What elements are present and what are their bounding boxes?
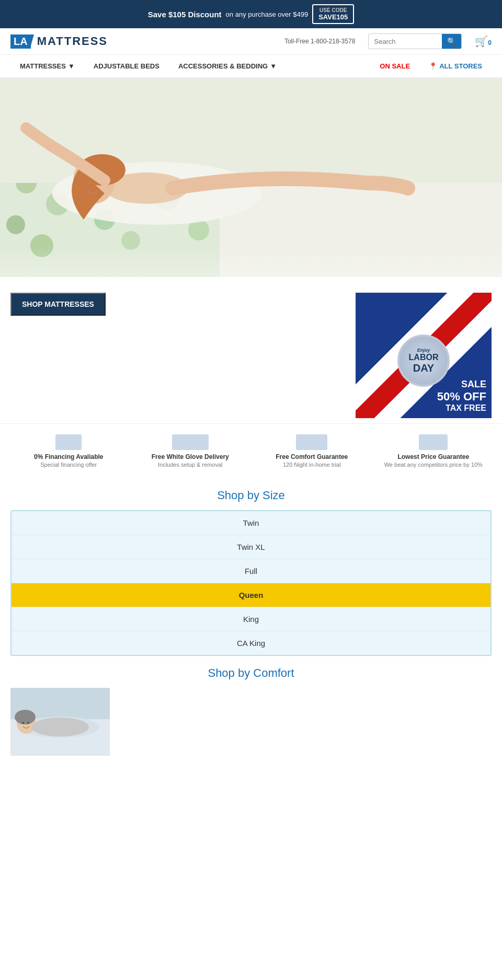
comfort-image-inner: [10, 688, 110, 756]
phone-number: Toll-Free 1-800-218-3578: [284, 38, 355, 45]
enjoy-label: Enjoy: [417, 348, 430, 353]
size-twin[interactable]: Twin: [12, 511, 490, 535]
svg-point-5: [6, 215, 25, 234]
price-icon: [419, 434, 448, 450]
feature-financing: 0% Financing Avaliable Special financing…: [10, 434, 127, 468]
search-button[interactable]: 🔍: [442, 34, 461, 49]
size-twin-xl[interactable]: Twin XL: [12, 535, 490, 559]
svg-point-23: [31, 718, 89, 736]
sale-label: SALE: [437, 379, 486, 390]
day-label: DAY: [413, 362, 434, 374]
shop-by-comfort-title: Shop by Comfort: [10, 666, 492, 680]
promo-code-box: USE CODE SAVE105: [312, 4, 354, 24]
use-code-label: USE CODE: [318, 7, 348, 13]
labor-day-banner[interactable]: Enjoy LABOR DAY SALE 50% OFF TAX FREE: [356, 293, 492, 418]
hero-background: [0, 78, 502, 277]
feature-price: Lowest Price Guarantee We beat any compe…: [375, 434, 492, 468]
promo-code-value: SAVE105: [318, 13, 348, 21]
chevron-down-icon: ▼: [68, 62, 75, 70]
main-nav: MATTRESSES ▼ ADJUSTABLE BEDS ACCESSORIES…: [0, 55, 502, 78]
svg-point-17: [87, 181, 91, 185]
size-table: Twin Twin XL Full Queen King CA King: [10, 510, 492, 656]
nav-item-mattresses[interactable]: MATTRESSES ▼: [10, 55, 84, 77]
size-king[interactable]: King: [12, 607, 490, 631]
feature-financing-title: 0% Financing Avaliable: [34, 453, 103, 460]
nav-item-adjustable-beds[interactable]: ADJUSTABLE BEDS: [84, 55, 169, 77]
svg-point-24: [22, 722, 24, 724]
header: LA MATTRESS Toll-Free 1-800-218-3578 🔍 🛒…: [0, 28, 502, 55]
search-box: 🔍: [368, 33, 462, 49]
svg-point-22: [15, 710, 36, 724]
financing-icon: [55, 434, 82, 450]
svg-point-25: [27, 722, 29, 724]
nav-item-on-sale[interactable]: ON SALE: [370, 55, 419, 77]
comfort-image[interactable]: [10, 688, 110, 756]
delivery-icon: [172, 434, 209, 450]
hero-overlay: [0, 246, 502, 277]
discount-text: Save $105 Discount: [148, 10, 222, 19]
feature-financing-subtitle: Special financing offer: [40, 462, 97, 468]
feature-comfort-subtitle: 120 Night in-home trial: [283, 462, 341, 468]
features-bar: 0% Financing Avaliable Special financing…: [0, 423, 502, 478]
logo-name: MATTRESS: [37, 34, 108, 48]
size-full[interactable]: Full: [12, 559, 490, 583]
tax-label: TAX FREE: [437, 403, 486, 413]
feature-comfort: Free Comfort Guarantee 120 Night in-home…: [254, 434, 370, 468]
shop-mattresses-button[interactable]: SHOP MATTRESSES: [10, 293, 106, 316]
shop-by-size-title: Shop by Size: [0, 489, 502, 502]
feature-delivery-subtitle: Includes setup & removal: [158, 462, 223, 468]
cart-icon[interactable]: 🛒0: [475, 35, 492, 48]
feature-delivery: Free White Glove Delivery Includes setup…: [132, 434, 249, 468]
shop-mattresses-section: SHOP MATTRESSES Enjoy LABOR DAY SALE 50%…: [0, 277, 502, 423]
size-queen[interactable]: Queen: [12, 583, 490, 607]
hero-banner: [0, 78, 502, 277]
labor-day-text: SALE 50% OFF TAX FREE: [437, 379, 486, 413]
nav-item-all-stores[interactable]: 📍 ALL STORES: [419, 55, 492, 77]
top-banner: Save $105 Discount on any purchase over …: [0, 0, 502, 28]
comfort-icon: [296, 434, 327, 450]
labor-day-bg: Enjoy LABOR DAY SALE 50% OFF TAX FREE: [356, 293, 492, 418]
size-ca-king[interactable]: CA King: [12, 631, 490, 655]
logo-la: LA: [10, 34, 31, 49]
chevron-down-icon-2: ▼: [270, 62, 277, 70]
percent-label: 50% OFF: [437, 390, 486, 403]
comfort-svg: [10, 688, 110, 756]
search-input[interactable]: [369, 34, 442, 49]
feature-price-title: Lowest Price Guarantee: [397, 453, 469, 460]
nav-item-accessories[interactable]: ACCESSORIES & BEDDING ▼: [169, 55, 286, 77]
feature-comfort-title: Free Comfort Guarantee: [276, 453, 348, 460]
cart-count: 0: [488, 39, 492, 47]
shop-by-comfort-section: Shop by Comfort: [0, 666, 502, 766]
logo[interactable]: LA MATTRESS: [10, 34, 108, 49]
location-icon: 📍: [429, 62, 437, 70]
feature-delivery-title: Free White Glove Delivery: [152, 453, 229, 460]
labor-label: LABOR: [409, 353, 439, 362]
shop-by-size-section: Shop by Size Twin Twin XL Full Queen Kin…: [0, 489, 502, 656]
feature-price-subtitle: We beat any competitors price by 10%: [384, 462, 483, 468]
condition-text: on any purchase over $499: [226, 10, 309, 18]
